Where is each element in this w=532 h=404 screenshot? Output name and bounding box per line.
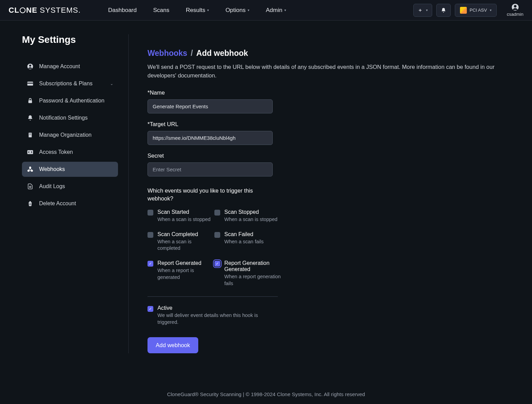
event-scan-failed: Scan Failed When a scan fails (214, 231, 281, 252)
checkbox-active[interactable]: ✓ (147, 306, 153, 312)
page-title: My Settings (22, 34, 118, 45)
svg-point-6 (29, 65, 31, 67)
sidebar-item-delete-account[interactable]: Delete Account (22, 196, 118, 211)
sidebar-item-label: Webhooks (39, 166, 65, 172)
checkbox-scan-completed[interactable] (147, 232, 153, 238)
active-desc: We will deliver event details when this … (157, 312, 271, 326)
bell-icon (27, 114, 34, 121)
svg-rect-8 (27, 83, 33, 84)
nav-admin[interactable]: Admin▾ (266, 7, 286, 14)
svg-rect-13 (29, 135, 30, 135)
svg-point-0 (20, 8, 25, 13)
pci-asv-button[interactable]: PCI ASV ▾ (455, 4, 497, 17)
breadcrumb: Webhooks / Add webhook (147, 49, 508, 58)
sidebar-item-access-token[interactable]: Access Token (22, 145, 118, 160)
sidebar-item-label: Manage Organization (39, 132, 92, 138)
active-title: Active (157, 305, 271, 311)
svg-rect-9 (28, 100, 32, 103)
sidebar-item-label: Notification Settings (39, 115, 87, 121)
svg-rect-11 (29, 134, 30, 134)
breadcrumb-separator: / (191, 49, 193, 58)
user-avatar-icon (511, 3, 519, 11)
breadcrumb-parent[interactable]: Webhooks (147, 49, 187, 58)
sidebar-item-manage-account[interactable]: Manage Account (22, 59, 118, 74)
building-icon (27, 132, 34, 138)
sidebar-item-label: Audit Logs (39, 183, 65, 189)
logo[interactable]: CLNE SYSTEMS. (9, 6, 81, 15)
sidebar-item-label: Password & Authentication (39, 98, 104, 104)
lock-icon (27, 97, 34, 104)
secret-input[interactable] (147, 162, 273, 176)
checkbox-report-generation-generated[interactable]: ✓ (214, 261, 220, 267)
sidebar-item-label: Delete Account (39, 200, 76, 207)
chevron-down-icon: ▾ (248, 8, 249, 12)
nav-scans[interactable]: Scans (153, 7, 169, 14)
card-icon (27, 80, 34, 87)
sidebar-item-webhooks[interactable]: Webhooks (22, 162, 118, 177)
sidebar: My Settings Manage Account Subscriptions… (22, 34, 128, 353)
checkbox-report-generated[interactable]: ✓ (147, 261, 153, 267)
notifications-button[interactable] (436, 4, 451, 17)
top-nav: CLNE SYSTEMS. Dashboard Scans Results▾ O… (0, 0, 532, 21)
event-desc: When a scan fails (224, 238, 263, 245)
sidebar-item-organization[interactable]: Manage Organization (22, 127, 118, 143)
event-title: Scan Failed (224, 231, 263, 237)
trash-icon (27, 200, 34, 207)
checkbox-scan-failed[interactable] (214, 232, 220, 238)
event-title: Scan Stopped (224, 209, 277, 215)
target-url-input[interactable] (147, 131, 273, 145)
svg-point-4 (514, 5, 516, 8)
plus-icon (418, 8, 423, 13)
nav-options[interactable]: Options▾ (225, 7, 249, 14)
name-label: *Name (147, 89, 508, 96)
checkbox-scan-stopped[interactable] (214, 210, 220, 216)
add-button[interactable]: ▾ (413, 4, 432, 17)
svg-rect-10 (29, 133, 32, 137)
sidebar-item-password[interactable]: Password & Authentication (22, 93, 118, 108)
event-report-generation-generated: ✓ Report Generation Generated When a rep… (214, 260, 281, 287)
checkbox-scan-started[interactable] (147, 210, 153, 216)
event-title: Report Generated (157, 260, 214, 266)
bell-icon (441, 8, 446, 13)
sidebar-item-notifications[interactable]: Notification Settings (22, 110, 118, 125)
breadcrumb-current: Add webhook (196, 49, 248, 58)
sidebar-item-label: Subscriptions & Plans (39, 81, 93, 87)
chevron-down-icon: ▾ (426, 8, 428, 12)
sidebar-item-subscriptions[interactable]: Subscriptions & Plans ⌄ (22, 76, 118, 91)
sidebar-item-label: Access Token (39, 149, 73, 155)
event-scan-stopped: Scan Stopped When a scan is stopped (214, 209, 281, 223)
event-title: Report Generation Generated (224, 260, 281, 272)
event-desc: When a report generation fails (224, 273, 281, 287)
chevron-down-icon: ▾ (490, 8, 492, 12)
page-description: We'll send a POST request to the URL bel… (147, 63, 508, 80)
event-title: Scan Started (157, 209, 211, 215)
code-icon (27, 149, 34, 156)
event-desc: When a scan is completed (157, 238, 214, 252)
user-menu[interactable]: csadmin (507, 3, 523, 17)
sidebar-item-audit-logs[interactable]: Audit Logs (22, 179, 118, 194)
name-input[interactable] (147, 99, 273, 113)
secret-label: Secret (147, 152, 508, 159)
event-title: Scan Completed (157, 231, 214, 237)
event-desc: When a scan is stopped (224, 216, 277, 223)
events-grid: Scan Started When a scan is stopped Scan… (147, 209, 278, 297)
svg-point-16 (29, 167, 31, 168)
webhook-icon (27, 166, 34, 173)
chevron-down-icon: ⌄ (110, 82, 113, 86)
event-report-generated: ✓ Report Generated When a report is gene… (147, 260, 214, 287)
document-icon (27, 183, 34, 190)
main-content: Webhooks / Add webhook We'll send a POST… (128, 34, 508, 353)
chevron-down-icon: ▾ (207, 8, 209, 12)
account-icon (27, 63, 34, 70)
event-scan-started: Scan Started When a scan is stopped (147, 209, 214, 223)
nav-results[interactable]: Results▾ (186, 7, 209, 14)
chevron-down-icon: ▾ (284, 8, 286, 12)
svg-rect-12 (31, 134, 31, 134)
events-heading: Which events would you like to trigger t… (147, 187, 257, 203)
nav-dashboard[interactable]: Dashboard (108, 7, 137, 14)
add-webhook-button[interactable]: Add webhook (147, 337, 198, 353)
event-desc: When a scan is stopped (157, 216, 211, 223)
nav-items: Dashboard Scans Results▾ Options▾ Admin▾ (108, 7, 286, 14)
target-url-label: *Target URL (147, 121, 508, 127)
pci-badge-icon (460, 7, 467, 14)
